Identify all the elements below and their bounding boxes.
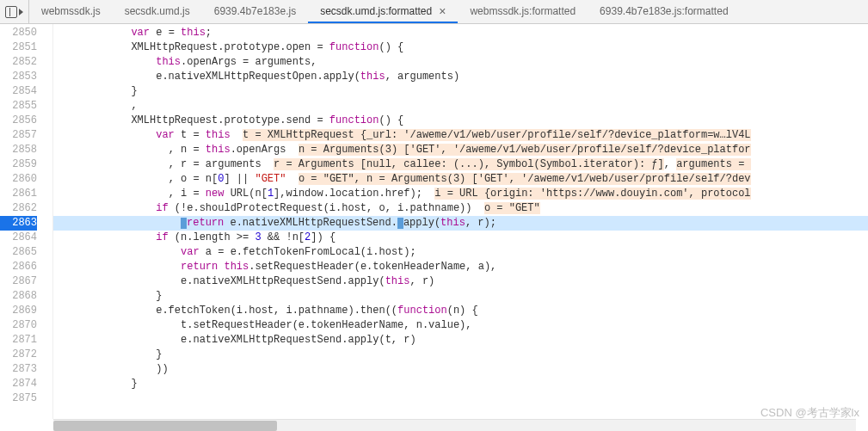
line-number[interactable]: 2865	[0, 245, 37, 260]
line-number[interactable]: 2875	[0, 391, 37, 406]
code-line[interactable]: , i = new URL(n[1],window.location.href)…	[53, 187, 868, 201]
tab-5[interactable]: 6939.4b7e183e.js:formatted	[588, 0, 740, 23]
code-line[interactable]: XMLHttpRequest.prototype.send = function…	[53, 114, 868, 128]
tab-label: 6939.4b7e183e.js	[214, 5, 296, 17]
code-line[interactable]: e.nativeXMLHttpRequestSend.apply(t, r)	[53, 333, 868, 348]
tab-1[interactable]: secsdk.umd.js	[113, 0, 202, 23]
tabs-container: webmssdk.jssecsdk.umd.js6939.4b7e183e.js…	[29, 0, 741, 23]
line-number[interactable]: 2863	[0, 216, 37, 231]
code-line[interactable]: var t = this t = XMLHttpRequest {_url: '…	[53, 128, 868, 143]
code-line[interactable]: if (n.length >= 3 && !n[2]) {	[53, 231, 868, 245]
horizontal-scrollbar[interactable]	[53, 419, 856, 431]
code-line[interactable]: this.openArgs = arguments,	[53, 55, 868, 70]
code-line[interactable]: e.nativeXMLHttpRequestOpen.apply(this, a…	[53, 70, 868, 84]
code-line[interactable]: ))	[53, 362, 868, 377]
tab-label: webmssdk.js:formatted	[470, 5, 576, 17]
code-line[interactable]: e.fetchToken(i.host, i.pathname).then((f…	[53, 304, 868, 318]
code-line[interactable]: var a = e.fetchTokenFromLocal(i.host);	[53, 245, 868, 260]
code-line[interactable]: return this.setRequestHeader(e.tokenHead…	[53, 260, 868, 274]
line-number[interactable]: 2869	[0, 304, 37, 318]
tab-label: 6939.4b7e183e.js:formatted	[600, 5, 728, 17]
line-number[interactable]: 2851	[0, 40, 37, 55]
line-number[interactable]: 2861	[0, 187, 37, 201]
line-number[interactable]: 2852	[0, 55, 37, 70]
close-icon[interactable]: ×	[439, 5, 446, 17]
line-number[interactable]: 2872	[0, 348, 37, 362]
line-number[interactable]: 2857	[0, 128, 37, 143]
line-number[interactable]: 2855	[0, 99, 37, 114]
scrollbar-thumb[interactable]	[53, 421, 277, 431]
code-line[interactable]: var e = this;	[53, 26, 868, 40]
line-number-gutter: 2850285128522853285428552856285728582859…	[0, 24, 53, 419]
tab-label: secsdk.umd.js:formatted	[320, 5, 432, 17]
code-line[interactable]: , o = n[0] || "GET" o = "GET", n = Argum…	[53, 172, 868, 187]
code-line[interactable]: ,	[53, 99, 868, 114]
code-line[interactable]: , n = this.openArgs n = Arguments(3) ['G…	[53, 143, 868, 157]
line-number[interactable]: 2867	[0, 274, 37, 289]
tab-4[interactable]: webmssdk.js:formatted	[458, 0, 588, 23]
line-number[interactable]: 2873	[0, 362, 37, 377]
line-number[interactable]: 2864	[0, 231, 37, 245]
code-line[interactable]: }	[53, 84, 868, 99]
code-line[interactable]: return e.nativeXMLHttpRequestSend.apply(…	[53, 216, 868, 231]
line-number[interactable]: 2853	[0, 70, 37, 84]
line-number[interactable]: 2860	[0, 172, 37, 187]
code-line[interactable]: t.setRequestHeader(e.tokenHeaderName, n.…	[53, 318, 868, 333]
tab-bar: webmssdk.jssecsdk.umd.js6939.4b7e183e.js…	[0, 0, 868, 24]
line-number[interactable]: 2850	[0, 26, 37, 40]
code-area[interactable]: var e = this; XMLHttpRequest.prototype.o…	[53, 24, 868, 419]
tab-0[interactable]: webmssdk.js	[29, 0, 113, 23]
code-line[interactable]: }	[53, 348, 868, 362]
toolbar-left	[0, 0, 29, 23]
line-number[interactable]: 2854	[0, 84, 37, 99]
code-line[interactable]: if (!e.shouldProtectRequest(i.host, o, i…	[53, 201, 868, 216]
tab-2[interactable]: 6939.4b7e183e.js	[202, 0, 308, 23]
line-number[interactable]: 2866	[0, 260, 37, 274]
tab-label: secsdk.umd.js	[125, 5, 190, 17]
chevron-right-icon[interactable]	[19, 9, 23, 15]
line-number[interactable]: 2859	[0, 157, 37, 172]
code-line[interactable]	[53, 391, 868, 406]
code-line[interactable]: }	[53, 377, 868, 391]
code-editor: 2850285128522853285428552856285728582859…	[0, 24, 868, 419]
line-number[interactable]: 2870	[0, 318, 37, 333]
code-line[interactable]: e.nativeXMLHttpRequestSend.apply(this, r…	[53, 274, 868, 289]
line-number[interactable]: 2862	[0, 201, 37, 216]
line-number[interactable]: 2874	[0, 377, 37, 391]
code-line[interactable]: }	[53, 289, 868, 304]
line-number[interactable]: 2868	[0, 289, 37, 304]
line-number[interactable]: 2858	[0, 143, 37, 157]
panel-toggle-icon[interactable]	[5, 6, 17, 18]
code-line[interactable]: XMLHttpRequest.prototype.open = function…	[53, 40, 868, 55]
line-number[interactable]: 2871	[0, 333, 37, 348]
tab-label: webmssdk.js	[41, 5, 101, 17]
code-line[interactable]: , r = arguments r = Arguments [null, cal…	[53, 157, 868, 172]
line-number[interactable]: 2856	[0, 114, 37, 128]
tab-3[interactable]: secsdk.umd.js:formatted×	[308, 0, 458, 23]
